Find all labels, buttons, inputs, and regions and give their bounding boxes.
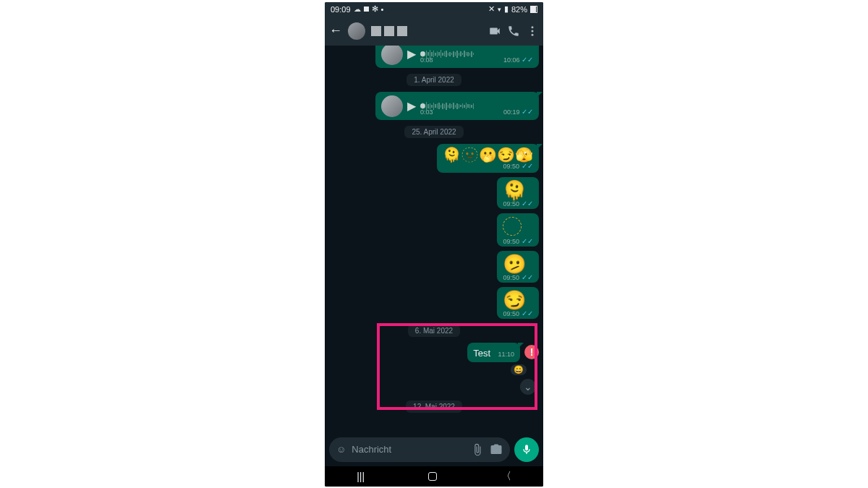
camera-icon[interactable] bbox=[490, 443, 503, 456]
read-ticks-icon: ✓✓ bbox=[522, 108, 533, 116]
status-indicator bbox=[364, 7, 369, 12]
emoji-content: 🫠🫥🫢😏🫣 bbox=[443, 147, 533, 162]
voice-duration: 0:08 bbox=[420, 56, 433, 64]
back-button[interactable]: 〈 bbox=[501, 470, 511, 483]
read-ticks-icon: ✓✓ bbox=[522, 56, 533, 64]
msg-time: 09:50 bbox=[503, 274, 519, 281]
date-separator: 12. Mai 2022 bbox=[406, 401, 462, 413]
input-placeholder: Nachricht bbox=[352, 444, 465, 455]
dotted-face-icon bbox=[503, 217, 522, 236]
svg-point-2 bbox=[532, 33, 534, 35]
mute-icon: ✕ bbox=[488, 4, 495, 14]
sender-thumb bbox=[381, 46, 403, 65]
emoji-message[interactable]: 🫠🫥🫢😏🫣 09:50✓✓ bbox=[437, 144, 539, 173]
emoji-content: 😏 bbox=[503, 291, 533, 309]
voice-track[interactable]: 0:08 10:06 ✓✓ bbox=[420, 46, 533, 62]
mic-button[interactable] bbox=[514, 437, 539, 462]
msg-time: 09:50 bbox=[503, 238, 519, 245]
emoji-message[interactable]: 🫠 09:50✓✓ bbox=[497, 177, 539, 209]
emoji-message[interactable]: 🫤 09:50✓✓ bbox=[497, 251, 539, 283]
sender-thumb bbox=[381, 95, 403, 117]
battery-icon bbox=[530, 6, 537, 13]
chat-app-bar: ← bbox=[325, 17, 543, 46]
date-separator: 1. April 2022 bbox=[407, 74, 461, 86]
chat-scroll[interactable]: ▶ 0:08 10:06 ✓✓ 1. April 2022 ▶ bbox=[325, 46, 543, 433]
home-button[interactable] bbox=[428, 472, 437, 481]
date-separator: 25. April 2022 bbox=[404, 126, 463, 138]
voice-call-icon[interactable] bbox=[507, 25, 520, 38]
voice-message[interactable]: ▶ 0:08 10:06 ✓✓ bbox=[375, 46, 539, 68]
msg-text: Test bbox=[473, 348, 490, 359]
status-indicator: • bbox=[381, 5, 384, 14]
contact-avatar[interactable] bbox=[348, 22, 365, 40]
attach-icon[interactable] bbox=[471, 443, 484, 456]
emoji-picker-icon[interactable]: ☺ bbox=[336, 444, 346, 455]
cloud-icon: ☁ bbox=[354, 5, 361, 13]
signal-icon: ▮ bbox=[504, 4, 509, 14]
play-icon[interactable]: ▶ bbox=[407, 99, 416, 113]
more-icon[interactable] bbox=[526, 25, 539, 38]
msg-time: 09:50 bbox=[503, 310, 519, 317]
phone-frame: 09:09 ☁ ✻ • ✕ ▾ ▮ 82% ← ▶ bbox=[325, 2, 543, 487]
emoji-message[interactable]: 09:50✓✓ bbox=[497, 213, 539, 247]
emoji-content bbox=[503, 217, 533, 237]
back-icon[interactable]: ← bbox=[329, 23, 342, 38]
emoji-content: 🫠 bbox=[503, 181, 533, 200]
contact-name[interactable] bbox=[371, 26, 482, 36]
status-indicator: ✻ bbox=[372, 4, 378, 14]
message-reaction[interactable]: 😄 bbox=[510, 364, 527, 376]
svg-point-0 bbox=[532, 26, 534, 28]
msg-time: 09:50 bbox=[503, 200, 519, 207]
text-message-failed[interactable]: Test 11:10 bbox=[467, 343, 520, 362]
emoji-message[interactable]: 😏 09:50✓✓ bbox=[497, 287, 539, 319]
voice-time: 00:19 bbox=[503, 108, 520, 116]
voice-time: 10:06 bbox=[503, 56, 520, 64]
send-error-icon[interactable]: ! bbox=[524, 345, 539, 359]
msg-time: 11:10 bbox=[498, 351, 514, 358]
android-status-bar: 09:09 ☁ ✻ • ✕ ▾ ▮ 82% bbox=[325, 2, 543, 17]
voice-message[interactable]: ▶ 0:03 00:19 ✓✓ bbox=[375, 92, 539, 120]
scroll-to-bottom-button[interactable]: ⌄ bbox=[520, 379, 536, 395]
recents-button[interactable]: ||| bbox=[357, 471, 365, 482]
status-time: 09:09 bbox=[331, 5, 351, 14]
message-input[interactable]: ☺ Nachricht bbox=[329, 437, 510, 462]
play-icon[interactable]: ▶ bbox=[407, 47, 416, 61]
emoji-content: 🫤 bbox=[503, 254, 533, 273]
msg-time: 09:50 bbox=[503, 163, 519, 170]
svg-point-1 bbox=[532, 30, 534, 32]
voice-duration: 0:03 bbox=[420, 108, 433, 116]
android-nav-bar: ||| 〈 bbox=[325, 466, 543, 487]
battery-label: 82% bbox=[511, 5, 527, 14]
message-composer: ☺ Nachricht bbox=[325, 433, 543, 466]
video-call-icon[interactable] bbox=[488, 25, 501, 38]
date-separator: 6. Mai 2022 bbox=[408, 325, 460, 337]
wifi-icon: ▾ bbox=[498, 6, 501, 13]
voice-track[interactable]: 0:03 00:19 ✓✓ bbox=[420, 98, 533, 114]
